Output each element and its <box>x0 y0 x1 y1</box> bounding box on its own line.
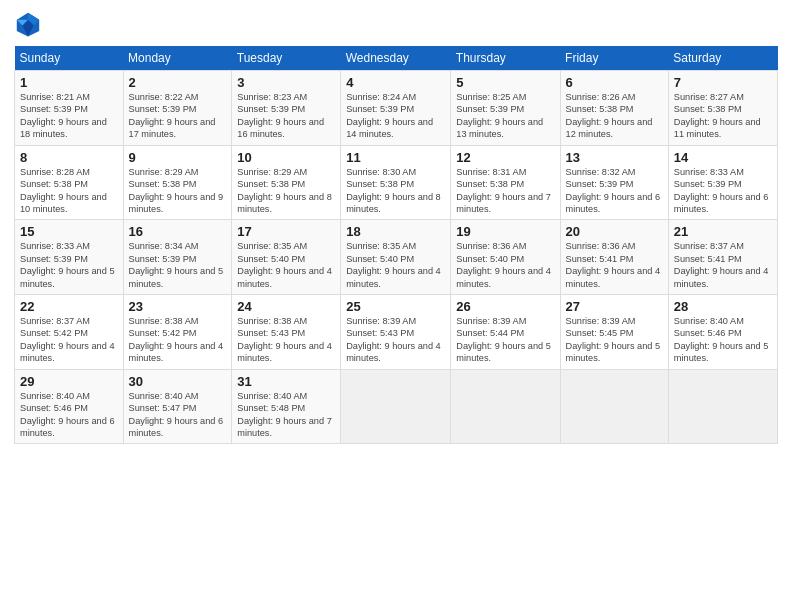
day-info: Sunrise: 8:36 AMSunset: 5:41 PMDaylight:… <box>566 240 663 290</box>
calendar-cell: 19Sunrise: 8:36 AMSunset: 5:40 PMDayligh… <box>451 220 560 295</box>
day-info: Sunrise: 8:37 AMSunset: 5:42 PMDaylight:… <box>20 315 118 365</box>
day-info: Sunrise: 8:33 AMSunset: 5:39 PMDaylight:… <box>674 166 772 216</box>
day-number: 10 <box>237 150 335 165</box>
day-number: 26 <box>456 299 554 314</box>
calendar-cell: 29Sunrise: 8:40 AMSunset: 5:46 PMDayligh… <box>15 369 124 444</box>
day-number: 12 <box>456 150 554 165</box>
day-number: 22 <box>20 299 118 314</box>
calendar-cell: 9Sunrise: 8:29 AMSunset: 5:38 PMDaylight… <box>123 145 232 220</box>
calendar-cell <box>560 369 668 444</box>
calendar-cell: 4Sunrise: 8:24 AMSunset: 5:39 PMDaylight… <box>341 71 451 146</box>
day-info: Sunrise: 8:39 AMSunset: 5:44 PMDaylight:… <box>456 315 554 365</box>
calendar-cell: 1Sunrise: 8:21 AMSunset: 5:39 PMDaylight… <box>15 71 124 146</box>
calendar-cell: 12Sunrise: 8:31 AMSunset: 5:38 PMDayligh… <box>451 145 560 220</box>
week-row-3: 15Sunrise: 8:33 AMSunset: 5:39 PMDayligh… <box>15 220 778 295</box>
column-header-thursday: Thursday <box>451 46 560 71</box>
calendar-cell: 7Sunrise: 8:27 AMSunset: 5:38 PMDaylight… <box>668 71 777 146</box>
day-number: 2 <box>129 75 227 90</box>
day-number: 24 <box>237 299 335 314</box>
day-number: 11 <box>346 150 445 165</box>
day-number: 21 <box>674 224 772 239</box>
column-header-monday: Monday <box>123 46 232 71</box>
day-number: 3 <box>237 75 335 90</box>
day-info: Sunrise: 8:26 AMSunset: 5:38 PMDaylight:… <box>566 91 663 141</box>
calendar-cell: 8Sunrise: 8:28 AMSunset: 5:38 PMDaylight… <box>15 145 124 220</box>
page-header <box>14 10 778 38</box>
calendar-cell: 18Sunrise: 8:35 AMSunset: 5:40 PMDayligh… <box>341 220 451 295</box>
calendar-cell: 21Sunrise: 8:37 AMSunset: 5:41 PMDayligh… <box>668 220 777 295</box>
day-number: 6 <box>566 75 663 90</box>
calendar-cell: 10Sunrise: 8:29 AMSunset: 5:38 PMDayligh… <box>232 145 341 220</box>
calendar-cell: 13Sunrise: 8:32 AMSunset: 5:39 PMDayligh… <box>560 145 668 220</box>
day-number: 8 <box>20 150 118 165</box>
day-info: Sunrise: 8:40 AMSunset: 5:46 PMDaylight:… <box>674 315 772 365</box>
calendar-cell: 17Sunrise: 8:35 AMSunset: 5:40 PMDayligh… <box>232 220 341 295</box>
day-info: Sunrise: 8:27 AMSunset: 5:38 PMDaylight:… <box>674 91 772 141</box>
day-number: 29 <box>20 374 118 389</box>
logo <box>14 10 46 38</box>
day-info: Sunrise: 8:35 AMSunset: 5:40 PMDaylight:… <box>237 240 335 290</box>
calendar-header-row: SundayMondayTuesdayWednesdayThursdayFrid… <box>15 46 778 71</box>
column-header-tuesday: Tuesday <box>232 46 341 71</box>
day-number: 4 <box>346 75 445 90</box>
column-header-wednesday: Wednesday <box>341 46 451 71</box>
day-info: Sunrise: 8:24 AMSunset: 5:39 PMDaylight:… <box>346 91 445 141</box>
day-info: Sunrise: 8:21 AMSunset: 5:39 PMDaylight:… <box>20 91 118 141</box>
day-info: Sunrise: 8:37 AMSunset: 5:41 PMDaylight:… <box>674 240 772 290</box>
week-row-5: 29Sunrise: 8:40 AMSunset: 5:46 PMDayligh… <box>15 369 778 444</box>
day-info: Sunrise: 8:34 AMSunset: 5:39 PMDaylight:… <box>129 240 227 290</box>
calendar-cell: 31Sunrise: 8:40 AMSunset: 5:48 PMDayligh… <box>232 369 341 444</box>
day-number: 31 <box>237 374 335 389</box>
day-number: 1 <box>20 75 118 90</box>
day-number: 7 <box>674 75 772 90</box>
day-info: Sunrise: 8:22 AMSunset: 5:39 PMDaylight:… <box>129 91 227 141</box>
calendar-cell <box>668 369 777 444</box>
calendar-cell: 23Sunrise: 8:38 AMSunset: 5:42 PMDayligh… <box>123 295 232 370</box>
day-info: Sunrise: 8:39 AMSunset: 5:45 PMDaylight:… <box>566 315 663 365</box>
calendar-cell: 24Sunrise: 8:38 AMSunset: 5:43 PMDayligh… <box>232 295 341 370</box>
calendar-cell: 6Sunrise: 8:26 AMSunset: 5:38 PMDaylight… <box>560 71 668 146</box>
day-info: Sunrise: 8:38 AMSunset: 5:43 PMDaylight:… <box>237 315 335 365</box>
day-number: 15 <box>20 224 118 239</box>
day-info: Sunrise: 8:33 AMSunset: 5:39 PMDaylight:… <box>20 240 118 290</box>
calendar-cell: 5Sunrise: 8:25 AMSunset: 5:39 PMDaylight… <box>451 71 560 146</box>
day-number: 17 <box>237 224 335 239</box>
day-info: Sunrise: 8:29 AMSunset: 5:38 PMDaylight:… <box>237 166 335 216</box>
day-info: Sunrise: 8:23 AMSunset: 5:39 PMDaylight:… <box>237 91 335 141</box>
day-number: 23 <box>129 299 227 314</box>
day-number: 20 <box>566 224 663 239</box>
calendar-cell <box>451 369 560 444</box>
day-info: Sunrise: 8:40 AMSunset: 5:46 PMDaylight:… <box>20 390 118 440</box>
week-row-2: 8Sunrise: 8:28 AMSunset: 5:38 PMDaylight… <box>15 145 778 220</box>
calendar-cell: 28Sunrise: 8:40 AMSunset: 5:46 PMDayligh… <box>668 295 777 370</box>
day-number: 18 <box>346 224 445 239</box>
day-number: 16 <box>129 224 227 239</box>
calendar-cell: 25Sunrise: 8:39 AMSunset: 5:43 PMDayligh… <box>341 295 451 370</box>
day-info: Sunrise: 8:31 AMSunset: 5:38 PMDaylight:… <box>456 166 554 216</box>
day-info: Sunrise: 8:38 AMSunset: 5:42 PMDaylight:… <box>129 315 227 365</box>
day-number: 13 <box>566 150 663 165</box>
calendar-table: SundayMondayTuesdayWednesdayThursdayFrid… <box>14 46 778 444</box>
day-number: 9 <box>129 150 227 165</box>
column-header-friday: Friday <box>560 46 668 71</box>
day-info: Sunrise: 8:29 AMSunset: 5:38 PMDaylight:… <box>129 166 227 216</box>
calendar-cell: 14Sunrise: 8:33 AMSunset: 5:39 PMDayligh… <box>668 145 777 220</box>
day-info: Sunrise: 8:39 AMSunset: 5:43 PMDaylight:… <box>346 315 445 365</box>
day-number: 19 <box>456 224 554 239</box>
calendar-cell: 20Sunrise: 8:36 AMSunset: 5:41 PMDayligh… <box>560 220 668 295</box>
calendar-cell: 15Sunrise: 8:33 AMSunset: 5:39 PMDayligh… <box>15 220 124 295</box>
week-row-4: 22Sunrise: 8:37 AMSunset: 5:42 PMDayligh… <box>15 295 778 370</box>
day-number: 28 <box>674 299 772 314</box>
logo-icon <box>14 10 42 38</box>
column-header-sunday: Sunday <box>15 46 124 71</box>
day-info: Sunrise: 8:25 AMSunset: 5:39 PMDaylight:… <box>456 91 554 141</box>
calendar-cell: 2Sunrise: 8:22 AMSunset: 5:39 PMDaylight… <box>123 71 232 146</box>
day-info: Sunrise: 8:40 AMSunset: 5:48 PMDaylight:… <box>237 390 335 440</box>
day-info: Sunrise: 8:40 AMSunset: 5:47 PMDaylight:… <box>129 390 227 440</box>
day-number: 30 <box>129 374 227 389</box>
day-number: 5 <box>456 75 554 90</box>
calendar-cell: 11Sunrise: 8:30 AMSunset: 5:38 PMDayligh… <box>341 145 451 220</box>
calendar-cell: 3Sunrise: 8:23 AMSunset: 5:39 PMDaylight… <box>232 71 341 146</box>
day-number: 14 <box>674 150 772 165</box>
week-row-1: 1Sunrise: 8:21 AMSunset: 5:39 PMDaylight… <box>15 71 778 146</box>
